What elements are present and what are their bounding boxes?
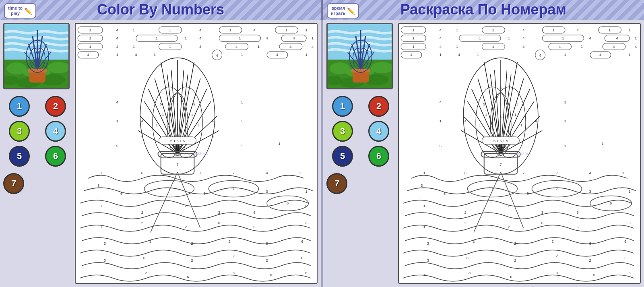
svg-text:3: 3 bbox=[423, 273, 425, 277]
svg-text:4: 4 bbox=[199, 45, 201, 49]
svg-text:6: 6 bbox=[624, 256, 626, 260]
svg-text:1: 1 bbox=[413, 36, 415, 40]
svg-text:1: 1 bbox=[581, 45, 583, 49]
svg-text:1: 1 bbox=[440, 53, 442, 57]
svg-text:2: 2 bbox=[508, 204, 510, 208]
svg-text:1: 1 bbox=[168, 92, 170, 96]
svg-text:2: 2 bbox=[149, 240, 151, 244]
color-circle-6[interactable]: 6 bbox=[45, 146, 66, 167]
svg-text:2: 2 bbox=[141, 211, 143, 215]
svg-text:4: 4 bbox=[440, 36, 442, 40]
svg-line-337 bbox=[501, 172, 524, 228]
color-circle-2-right[interactable]: 2 bbox=[368, 96, 389, 117]
svg-text:1: 1 bbox=[609, 28, 611, 32]
svg-text:1: 1 bbox=[514, 113, 516, 117]
coloring-area-left[interactable]: shutterstock 1 4 1 1 4 1 4 1 1 bbox=[75, 23, 318, 284]
svg-text:1: 1 bbox=[562, 36, 564, 40]
coloring-area-right[interactable]: shutterstock 1 4 1 1 4 1 4 1 1 bbox=[398, 23, 641, 284]
svg-text:6: 6 bbox=[527, 192, 529, 196]
badge-line2: play bbox=[8, 11, 23, 16]
color-circle-1[interactable]: 1 bbox=[9, 96, 30, 117]
svg-text:4: 4 bbox=[535, 119, 537, 123]
svg-text:3: 3 bbox=[104, 242, 106, 246]
svg-text:3: 3 bbox=[423, 225, 425, 229]
svg-text:2: 2 bbox=[473, 240, 475, 244]
svg-text:6: 6 bbox=[270, 273, 272, 277]
svg-text:3: 3 bbox=[556, 270, 558, 275]
svg-text:6: 6 bbox=[204, 192, 206, 196]
svg-text:4: 4 bbox=[135, 53, 137, 57]
svg-text:3: 3 bbox=[421, 183, 423, 187]
color-circle-3-right[interactable]: 3 bbox=[332, 121, 353, 142]
svg-text:2: 2 bbox=[552, 240, 554, 244]
svg-text:1: 1 bbox=[116, 119, 118, 123]
time-to-play-badge: time to play ✏️ bbox=[4, 3, 36, 19]
svg-text:4: 4 bbox=[613, 45, 615, 49]
svg-text:1: 1 bbox=[177, 103, 179, 106]
svg-text:5: 5 bbox=[508, 126, 510, 129]
right-header-title: Раскраска По Номерам bbox=[400, 1, 566, 18]
svg-text:1: 1 bbox=[241, 100, 243, 104]
svg-text:4: 4 bbox=[289, 45, 291, 49]
svg-text:3: 3 bbox=[589, 190, 591, 194]
color-circle-1-right[interactable]: 1 bbox=[332, 96, 353, 117]
svg-text:6: 6 bbox=[466, 256, 469, 260]
svg-text:1: 1 bbox=[185, 92, 187, 96]
svg-text:2: 2 bbox=[191, 258, 193, 262]
svg-text:2: 2 bbox=[191, 242, 193, 246]
svg-text:3: 3 bbox=[97, 183, 99, 187]
left-panel: 1 2 3 4 5 6 7 shutterstock 1 bbox=[0, 20, 321, 287]
svg-text:6: 6 bbox=[510, 275, 512, 279]
svg-text:1: 1 bbox=[89, 45, 91, 49]
svg-text:4: 4 bbox=[312, 45, 314, 49]
svg-text:1: 1 bbox=[508, 36, 510, 40]
svg-text:1: 1 bbox=[485, 113, 487, 117]
svg-text:3: 3 bbox=[427, 258, 429, 262]
right-panel-sidebar: 1 2 3 4 5 6 7 bbox=[326, 23, 395, 284]
svg-text:6: 6 bbox=[629, 204, 631, 208]
svg-text:4: 4 bbox=[254, 28, 256, 32]
preview-image-left bbox=[3, 23, 70, 89]
color-circle-7[interactable]: 7 bbox=[3, 173, 24, 194]
svg-text:3: 3 bbox=[305, 221, 308, 225]
color-circle-3[interactable]: 3 bbox=[9, 121, 30, 142]
svg-text:7: 7 bbox=[500, 163, 502, 167]
svg-text:5: 5 bbox=[516, 103, 518, 106]
svg-text:1: 1 bbox=[553, 28, 555, 32]
svg-text:4: 4 bbox=[87, 53, 89, 57]
svg-text:4: 4 bbox=[116, 36, 118, 40]
svg-point-174 bbox=[371, 62, 393, 73]
svg-text:2: 2 bbox=[185, 204, 187, 208]
svg-text:3: 3 bbox=[423, 171, 425, 175]
svg-text:6: 6 bbox=[589, 242, 591, 246]
svg-text:1: 1 bbox=[635, 36, 637, 40]
svg-text:5: 5 bbox=[177, 115, 179, 119]
svg-text:6: 6 bbox=[254, 225, 256, 229]
color-circle-5[interactable]: 5 bbox=[9, 146, 30, 167]
svg-text:6: 6 bbox=[464, 171, 466, 175]
header-left: time to play ✏️ Color By Numbers bbox=[0, 0, 321, 20]
main-content: 1 2 3 4 5 6 7 shutterstock 1 bbox=[0, 20, 644, 287]
svg-text:2: 2 bbox=[464, 211, 466, 215]
color-circle-7-right[interactable]: 7 bbox=[326, 173, 347, 194]
color-circle-5-right[interactable]: 5 bbox=[332, 146, 353, 167]
svg-text:1: 1 bbox=[413, 28, 415, 32]
badge-line1: time to bbox=[8, 6, 23, 11]
svg-text:1: 1 bbox=[491, 92, 493, 96]
svg-text:1: 1 bbox=[133, 28, 135, 32]
svg-text:3: 3 bbox=[145, 270, 147, 275]
svg-text:4: 4 bbox=[539, 53, 541, 57]
svg-text:1: 1 bbox=[241, 144, 243, 148]
svg-text:5  1  5  1  5: 5 1 5 1 5 bbox=[170, 139, 185, 143]
color-circle-4-right[interactable]: 4 bbox=[368, 121, 389, 142]
color-circle-2[interactable]: 2 bbox=[45, 96, 66, 117]
left-panel-sidebar: 1 2 3 4 5 6 7 bbox=[3, 23, 72, 284]
svg-text:7: 7 bbox=[556, 171, 558, 175]
svg-text:3: 3 bbox=[104, 258, 106, 262]
svg-text:1: 1 bbox=[500, 128, 502, 131]
color-circle-6-right[interactable]: 6 bbox=[368, 146, 389, 167]
svg-text:1: 1 bbox=[305, 28, 308, 32]
svg-text:1: 1 bbox=[477, 53, 479, 57]
badge-line2-ru: играть bbox=[331, 11, 345, 16]
color-circle-4[interactable]: 4 bbox=[45, 121, 66, 142]
